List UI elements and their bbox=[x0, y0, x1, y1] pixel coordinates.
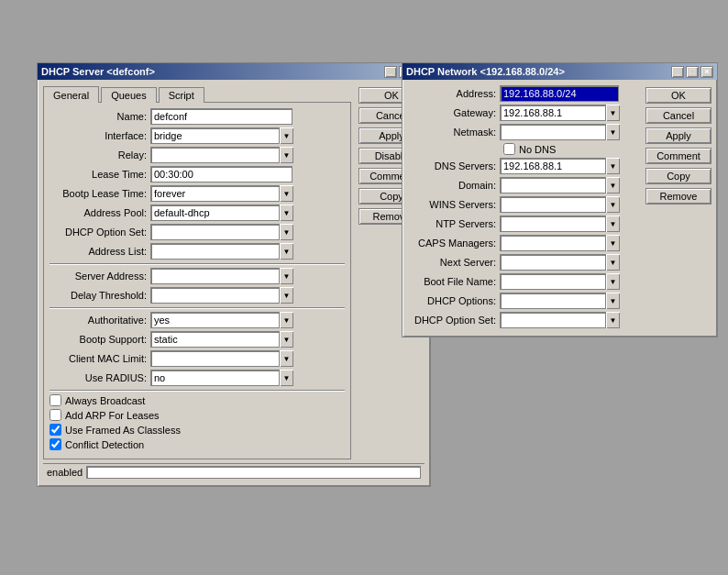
dhcp-option-set-arrow[interactable]: ▼ bbox=[279, 224, 293, 240]
use-radius-dropdown[interactable]: ▼ bbox=[150, 370, 292, 386]
ntp-servers-arrow[interactable]: ▼ bbox=[605, 216, 620, 232]
wins-servers-dropdown[interactable]: ▼ bbox=[500, 196, 619, 213]
interface-input[interactable] bbox=[151, 128, 279, 143]
dhcp-network-ok-button[interactable]: OK bbox=[645, 87, 711, 104]
dhcp-options-arrow[interactable]: ▼ bbox=[605, 293, 620, 309]
bootp-lease-time-row: Bootp Lease Time: ▼ bbox=[50, 185, 345, 202]
netmask-dropdown[interactable]: ▼ bbox=[500, 124, 619, 140]
caps-managers-input[interactable] bbox=[501, 236, 605, 250]
dns-servers-input[interactable] bbox=[501, 159, 605, 173]
delay-threshold-arrow[interactable]: ▼ bbox=[279, 287, 293, 304]
address-list-dropdown[interactable]: ▼ bbox=[150, 243, 292, 260]
dhcp-options-dropdown[interactable]: ▼ bbox=[500, 293, 619, 309]
dhcp-network-close-button[interactable]: × bbox=[700, 66, 713, 78]
interface-dropdown[interactable]: ▼ bbox=[150, 127, 292, 144]
bootp-lease-time-arrow[interactable]: ▼ bbox=[279, 185, 293, 202]
gateway-input[interactable] bbox=[501, 105, 605, 120]
name-input[interactable] bbox=[150, 108, 292, 125]
address-pool-dropdown[interactable]: ▼ bbox=[150, 205, 292, 221]
domain-dropdown[interactable]: ▼ bbox=[500, 177, 619, 194]
authoritative-dropdown[interactable]: ▼ bbox=[150, 312, 292, 328]
domain-arrow[interactable]: ▼ bbox=[605, 177, 620, 194]
bootp-support-arrow[interactable]: ▼ bbox=[279, 331, 293, 348]
gateway-dropdown[interactable]: ▼ bbox=[500, 105, 619, 121]
dhcp-option-set-dropdown[interactable]: ▼ bbox=[150, 224, 292, 240]
no-dns-checkbox[interactable] bbox=[503, 143, 515, 155]
dhcp-network-option-set-input[interactable] bbox=[501, 313, 605, 327]
delay-threshold-row: Delay Threshold: ▼ bbox=[50, 287, 345, 304]
dhcp-network-option-set-arrow[interactable]: ▼ bbox=[605, 312, 620, 328]
use-radius-arrow[interactable]: ▼ bbox=[279, 370, 293, 386]
authoritative-label: Authoritative: bbox=[50, 315, 150, 326]
minimize-button[interactable]: _ bbox=[384, 66, 397, 78]
address-input[interactable] bbox=[500, 85, 619, 102]
client-mac-limit-input[interactable] bbox=[151, 351, 279, 366]
relay-arrow[interactable]: ▼ bbox=[279, 147, 293, 163]
separator-2 bbox=[50, 307, 345, 308]
bootp-lease-time-input[interactable] bbox=[151, 186, 279, 201]
netmask-arrow[interactable]: ▼ bbox=[605, 124, 620, 140]
delay-threshold-input[interactable] bbox=[151, 288, 279, 303]
use-radius-input[interactable] bbox=[151, 370, 279, 385]
caps-managers-arrow[interactable]: ▼ bbox=[605, 235, 620, 251]
wins-servers-input[interactable] bbox=[501, 197, 605, 212]
address-pool-arrow[interactable]: ▼ bbox=[279, 205, 293, 221]
domain-input[interactable] bbox=[501, 178, 605, 193]
tab-queues[interactable]: Queues bbox=[101, 87, 157, 103]
address-list-input[interactable] bbox=[151, 244, 279, 259]
dhcp-network-comment-button[interactable]: Comment bbox=[645, 148, 711, 164]
dhcp-network-remove-button[interactable]: Remove bbox=[645, 188, 711, 205]
next-server-arrow[interactable]: ▼ bbox=[605, 254, 620, 271]
dhcp-network-copy-button[interactable]: Copy bbox=[645, 168, 711, 184]
address-pool-label: Address Pool: bbox=[50, 207, 150, 218]
address-list-arrow[interactable]: ▼ bbox=[279, 243, 293, 260]
bootp-support-input[interactable] bbox=[151, 332, 279, 347]
use-framed-checkbox[interactable] bbox=[50, 424, 61, 436]
lease-time-input[interactable] bbox=[150, 166, 292, 182]
conflict-detection-row: Conflict Detection bbox=[50, 438, 345, 450]
dns-servers-arrow[interactable]: ▼ bbox=[605, 158, 620, 174]
interface-arrow[interactable]: ▼ bbox=[279, 127, 293, 144]
dns-servers-dropdown[interactable]: ▼ bbox=[500, 158, 619, 174]
client-mac-limit-dropdown[interactable]: ▼ bbox=[150, 350, 292, 367]
relay-input[interactable] bbox=[151, 148, 279, 162]
conflict-detection-label: Conflict Detection bbox=[65, 439, 144, 450]
boot-file-name-input[interactable] bbox=[501, 274, 605, 289]
server-address-dropdown[interactable]: ▼ bbox=[150, 268, 292, 284]
boot-file-name-dropdown[interactable]: ▼ bbox=[500, 273, 619, 290]
client-mac-limit-arrow[interactable]: ▼ bbox=[279, 350, 293, 367]
delay-threshold-dropdown[interactable]: ▼ bbox=[150, 287, 292, 304]
use-framed-row: Use Framed As Classless bbox=[50, 424, 345, 436]
dhcp-option-set-input[interactable] bbox=[151, 225, 279, 239]
tab-content-general: Name: Interface: ▼ Relay: bbox=[43, 102, 351, 459]
authoritative-input[interactable] bbox=[151, 313, 279, 327]
bootp-lease-time-dropdown[interactable]: ▼ bbox=[150, 185, 292, 202]
dhcp-network-option-set-dropdown[interactable]: ▼ bbox=[500, 312, 619, 328]
server-address-input[interactable] bbox=[151, 269, 279, 283]
dhcp-network-maximize-button[interactable]: □ bbox=[686, 66, 699, 78]
conflict-detection-checkbox[interactable] bbox=[50, 438, 61, 450]
server-address-arrow[interactable]: ▼ bbox=[279, 268, 293, 284]
dhcp-network-minimize-button[interactable]: _ bbox=[671, 66, 684, 78]
netmask-input[interactable] bbox=[501, 125, 605, 139]
dhcp-network-apply-button[interactable]: Apply bbox=[645, 127, 711, 144]
dhcp-options-input[interactable] bbox=[501, 293, 605, 308]
tab-general[interactable]: General bbox=[43, 86, 99, 103]
bootp-support-dropdown[interactable]: ▼ bbox=[150, 331, 292, 348]
next-server-dropdown[interactable]: ▼ bbox=[500, 254, 619, 271]
authoritative-arrow[interactable]: ▼ bbox=[279, 312, 293, 328]
add-arp-checkbox[interactable] bbox=[50, 409, 61, 421]
next-server-input[interactable] bbox=[501, 255, 605, 270]
always-broadcast-checkbox[interactable] bbox=[50, 394, 61, 406]
ntp-servers-input[interactable] bbox=[501, 216, 605, 231]
tab-script[interactable]: Script bbox=[159, 87, 204, 103]
gateway-arrow[interactable]: ▼ bbox=[605, 105, 620, 121]
address-pool-input[interactable] bbox=[151, 205, 279, 220]
caps-managers-dropdown[interactable]: ▼ bbox=[500, 235, 619, 251]
relay-dropdown[interactable]: ▼ bbox=[150, 147, 292, 163]
wins-servers-arrow[interactable]: ▼ bbox=[605, 196, 620, 213]
bootp-support-row: Bootp Support: ▼ bbox=[50, 331, 345, 348]
dhcp-network-cancel-button[interactable]: Cancel bbox=[645, 107, 711, 124]
boot-file-name-arrow[interactable]: ▼ bbox=[605, 273, 620, 290]
ntp-servers-dropdown[interactable]: ▼ bbox=[500, 216, 619, 232]
